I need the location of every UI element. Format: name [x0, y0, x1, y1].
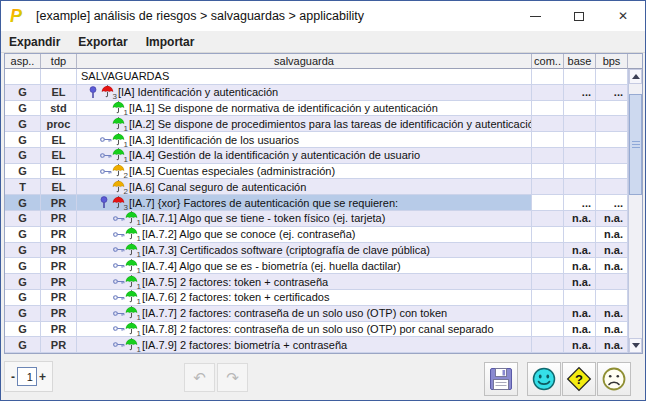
table-row[interactable]: SALVAGUARDAS [5, 69, 628, 85]
com-cell[interactable] [532, 116, 564, 132]
feedback-happy-button[interactable] [527, 362, 561, 396]
spinner-value-input[interactable] [17, 367, 37, 386]
vertical-scrollbar[interactable] [628, 69, 642, 353]
base-cell[interactable] [564, 164, 596, 180]
bps-cell[interactable] [596, 274, 628, 290]
base-cell[interactable]: ... [564, 85, 596, 101]
table-row[interactable]: GPR3[IA.7] {xor} Factores de autenticaci… [5, 195, 628, 211]
com-cell[interactable] [532, 164, 564, 180]
com-cell[interactable] [532, 179, 564, 195]
bps-cell[interactable]: n.a. [596, 243, 628, 259]
base-cell[interactable] [564, 132, 596, 148]
column-header-com[interactable]: com.. [532, 54, 564, 69]
bps-cell[interactable] [596, 290, 628, 306]
menu-item-exportar[interactable]: Exportar [78, 35, 127, 49]
key-icon [100, 135, 112, 144]
com-cell[interactable] [532, 211, 564, 227]
com-cell[interactable] [532, 69, 564, 85]
base-cell[interactable] [564, 116, 596, 132]
base-cell[interactable]: n.a. [564, 211, 596, 227]
bps-cell[interactable]: n.a. [596, 337, 628, 353]
bps-cell[interactable] [596, 132, 628, 148]
bps-cell[interactable]: n.a. [596, 211, 628, 227]
bps-cell[interactable] [596, 179, 628, 195]
spinner-minus-button[interactable]: - [9, 370, 17, 384]
bps-cell[interactable]: n.a. [596, 322, 628, 338]
com-cell[interactable] [532, 101, 564, 117]
com-cell[interactable] [532, 274, 564, 290]
table-row[interactable]: GPR1[IA.7.9] 2 factores: biometría + con… [5, 337, 628, 353]
base-cell[interactable] [564, 148, 596, 164]
base-cell[interactable] [564, 290, 596, 306]
spinner-plus-button[interactable]: + [37, 370, 48, 384]
table-row[interactable]: GPR1[IA.7.8] 2 factores: contraseña de u… [5, 322, 628, 338]
menu-item-expandir[interactable]: Expandir [9, 35, 60, 49]
table-row[interactable]: Gstd1[IA.1] Se dispone de normativa de i… [5, 101, 628, 117]
redo-button[interactable]: ↷ [217, 363, 248, 392]
column-header-asp[interactable]: asp.. [5, 54, 41, 69]
save-button[interactable] [484, 362, 518, 396]
table-row[interactable]: GPR1[IA.7.7] 2 factores: contraseña de u… [5, 306, 628, 322]
bps-cell[interactable]: ... [596, 195, 628, 211]
table-row[interactable]: GEL1[IA.3] Identificación de los usuario… [5, 132, 628, 148]
close-button[interactable]: ✕ [601, 1, 645, 31]
base-cell[interactable] [564, 179, 596, 195]
column-header-tdp[interactable]: tdp [41, 54, 77, 69]
table-row[interactable]: GEL1[IA.4] Gestión de la identificación … [5, 148, 628, 164]
base-cell[interactable]: n.a. [564, 306, 596, 322]
bps-cell[interactable]: n.a. [596, 306, 628, 322]
feedback-sad-button[interactable] [597, 362, 631, 396]
base-cell[interactable]: n.a. [564, 274, 596, 290]
com-cell[interactable] [532, 132, 564, 148]
com-cell[interactable] [532, 306, 564, 322]
scroll-up-button[interactable] [629, 69, 642, 84]
com-cell[interactable] [532, 85, 564, 101]
undo-button[interactable]: ↶ [184, 363, 215, 392]
table-row[interactable]: GEL2[IA.5] Cuentas especiales (administr… [5, 164, 628, 180]
help-button[interactable]: ? [562, 362, 596, 396]
bps-cell[interactable] [596, 101, 628, 117]
table-row[interactable]: GPR1[IA.7.3] Certificados software (crip… [5, 243, 628, 259]
column-header-bps[interactable]: bps [596, 54, 628, 69]
base-cell[interactable]: ... [564, 195, 596, 211]
bps-cell[interactable] [596, 164, 628, 180]
scroll-down-button[interactable] [629, 338, 642, 353]
table-row[interactable]: GPR1[IA.7.5] 2 factores: token + contras… [5, 274, 628, 290]
table-row[interactable]: GEL3[IA] Identificación y autenticación.… [5, 85, 628, 101]
umbrella-maturity-badge: 1 [137, 251, 141, 258]
com-cell[interactable] [532, 337, 564, 353]
com-cell[interactable] [532, 258, 564, 274]
com-cell[interactable] [532, 148, 564, 164]
table-row[interactable]: GPR1[IA.7.1] Algo que se tiene - token f… [5, 211, 628, 227]
com-cell[interactable] [532, 290, 564, 306]
bps-cell[interactable]: ... [596, 85, 628, 101]
bps-cell[interactable]: n.a. [596, 258, 628, 274]
bps-cell[interactable] [596, 116, 628, 132]
bps-cell[interactable] [596, 148, 628, 164]
minimize-button[interactable] [513, 1, 557, 31]
bps-cell[interactable] [596, 69, 628, 85]
base-cell[interactable] [564, 69, 596, 85]
menu-item-importar[interactable]: Importar [146, 35, 195, 49]
maximize-button[interactable] [557, 1, 601, 31]
scrollbar-thumb[interactable] [629, 94, 642, 195]
com-cell[interactable] [532, 322, 564, 338]
base-cell[interactable]: n.a. [564, 337, 596, 353]
table-row[interactable]: GPR1[IA.7.4] Algo que se es - biometría … [5, 258, 628, 274]
table-row[interactable]: GPR1[IA.7.2] Algo que se conoce (ej. con… [5, 227, 628, 243]
base-cell[interactable]: n.a. [564, 322, 596, 338]
table-row[interactable]: Gproc1[IA.2] Se dispone de procedimiento… [5, 116, 628, 132]
table-row[interactable]: GPR1[IA.7.6] 2 factores: token + certifi… [5, 290, 628, 306]
com-cell[interactable] [532, 195, 564, 211]
base-cell[interactable]: n.a. [564, 258, 596, 274]
column-header-base[interactable]: base [564, 54, 596, 69]
com-cell[interactable] [532, 243, 564, 259]
column-header-salvaguarda[interactable]: salvaguarda [77, 54, 532, 69]
base-cell[interactable] [564, 227, 596, 243]
table-row[interactable]: TEL2[IA.6] Canal seguro de autenticación [5, 179, 628, 195]
base-cell[interactable] [564, 101, 596, 117]
com-cell[interactable] [532, 227, 564, 243]
base-cell[interactable]: n.a. [564, 243, 596, 259]
salvaguarda-cell: 1[IA.7.5] 2 factores: token + contraseña [77, 274, 532, 290]
bps-cell[interactable]: n.a. [596, 227, 628, 243]
